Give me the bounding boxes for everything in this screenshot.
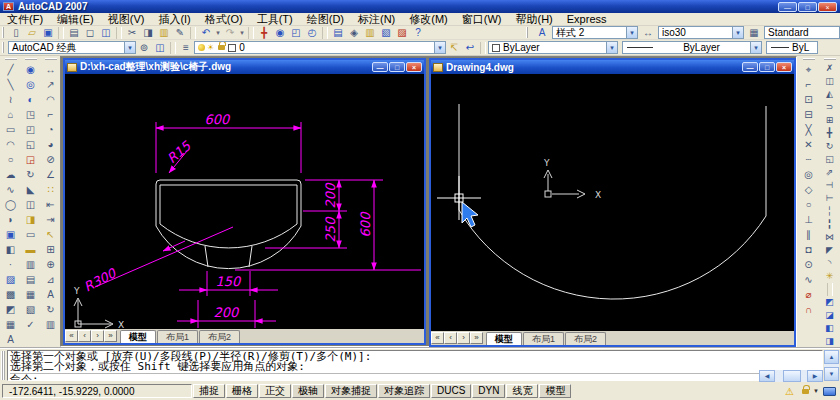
snap-none-icon[interactable]: ⌀ <box>801 287 817 302</box>
tab-first-button[interactable]: « <box>65 330 78 342</box>
toolbar-grip[interactable] <box>2 27 5 38</box>
child-close-button[interactable]: × <box>406 62 422 72</box>
make-block-icon[interactable]: ◧ <box>3 242 19 257</box>
menu-item[interactable]: 格式(O) <box>198 13 250 25</box>
markup-set-manager-icon[interactable]: ▨ <box>394 26 410 39</box>
tab-next-button[interactable]: › <box>91 330 104 342</box>
scrollbar-thumb[interactable] <box>783 370 801 382</box>
coordinate-readout[interactable]: -172.6411, -15.9229, 0.0000 <box>2 384 192 398</box>
polar-toggle[interactable]: 极轴 <box>292 384 324 398</box>
shell-icon[interactable]: ▧ <box>23 302 39 317</box>
menu-item[interactable]: 插入(I) <box>151 13 197 25</box>
break-at-point-icon[interactable]: ╎ <box>822 205 838 218</box>
close-button[interactable]: × <box>818 2 837 12</box>
osnap-settings-icon[interactable]: ∩ <box>801 302 817 317</box>
paste-icon[interactable]: ▥ <box>156 26 172 39</box>
text-style-icon[interactable]: A <box>534 26 550 39</box>
linear-dimension-icon[interactable]: ↔ <box>43 62 59 77</box>
color-faces-icon[interactable]: ◨ <box>23 212 39 227</box>
toolbar-grip[interactable] <box>5 58 17 61</box>
send-to-back-icon[interactable]: ◪ <box>822 309 838 322</box>
extrude-faces-icon[interactable]: ◳ <box>23 107 39 122</box>
taper-faces-icon[interactable]: ◣ <box>23 182 39 197</box>
fillet-icon[interactable]: ◝ <box>822 257 838 270</box>
dim-style-select[interactable]: iso30 ▾ <box>658 26 744 39</box>
line-icon[interactable]: ╱ <box>3 62 19 77</box>
clean-screen-button[interactable] <box>823 387 836 396</box>
toolbar-grip[interactable] <box>45 58 57 61</box>
tab-layout2[interactable]: 布局2 <box>565 332 606 345</box>
snap-midpoint-icon[interactable]: ⊟ <box>801 107 817 122</box>
restore-button[interactable]: □ <box>798 2 817 12</box>
linetype-select[interactable]: ByLayer ▾ <box>622 41 762 54</box>
snap-endpoint-icon[interactable]: ⊡ <box>801 92 817 107</box>
snap-quadrant-icon[interactable]: ◇ <box>801 182 817 197</box>
clean-icon[interactable]: ▤ <box>23 272 39 287</box>
minimize-button[interactable]: — <box>778 2 797 12</box>
ducs-toggle[interactable]: DUCS <box>431 384 471 398</box>
chamfer-icon[interactable]: ◤ <box>822 244 838 257</box>
make-object-layer-current-icon[interactable]: ↸ <box>446 41 462 54</box>
scroll-down-icon[interactable]: ▼ <box>824 367 839 381</box>
dimension-style-icon[interactable]: ▥ <box>43 317 59 332</box>
tab-layout2[interactable]: 布局2 <box>199 330 240 343</box>
toolbar-lock-icon[interactable] <box>802 389 809 394</box>
trim-icon[interactable]: ⊣ <box>822 179 838 192</box>
mirror-icon[interactable]: ◭ <box>822 88 838 101</box>
ellipse-arc-icon[interactable]: ◗ <box>3 212 19 227</box>
menu-item[interactable]: 编辑(E) <box>50 13 101 25</box>
plot-icon[interactable]: ▤ <box>66 26 82 39</box>
stretch-icon[interactable]: ⇗ <box>822 166 838 179</box>
copy-icon[interactable]: ◨ <box>140 26 156 39</box>
intersect-icon[interactable]: ◐ <box>23 92 39 107</box>
dimension-update-icon[interactable]: ↻ <box>43 302 59 317</box>
copy-object-icon[interactable]: ◫ <box>822 75 838 88</box>
child-minimize-button[interactable]: — <box>742 62 758 72</box>
menu-item[interactable]: 文件(F) <box>0 13 50 25</box>
grid-toggle[interactable]: 栅格 <box>226 384 258 398</box>
lineweight-select[interactable]: ByL <box>766 41 818 54</box>
tab-last-button[interactable]: » <box>470 332 483 344</box>
copy-faces-icon[interactable]: ◫ <box>23 197 39 212</box>
table-style-icon[interactable]: ▦ <box>746 26 762 39</box>
scroll-right-icon[interactable]: ▶ <box>807 370 823 382</box>
model-space-button[interactable]: 模型 <box>539 384 571 398</box>
drawing-canvas-chair[interactable]: 600 R15 200 250 600 R300 150 200 <box>65 74 424 329</box>
snap-extension-icon[interactable]: ┄ <box>801 152 817 167</box>
child-titlebar[interactable]: Drawing4.dwg —□× <box>431 60 794 74</box>
join-icon[interactable]: ⋈ <box>822 231 838 244</box>
scroll-left-icon[interactable]: ◀ <box>759 370 775 382</box>
offset-faces-icon[interactable]: ◱ <box>23 137 39 152</box>
tab-prev-button[interactable]: ‹ <box>444 332 457 344</box>
revcloud-icon[interactable]: ☁ <box>3 167 19 182</box>
ellipse-icon[interactable]: ◯ <box>3 197 19 212</box>
spline-icon[interactable]: ∿ <box>3 182 19 197</box>
snap-parallel-icon[interactable]: ∥ <box>801 227 817 242</box>
bring-to-front-icon[interactable]: ◩ <box>822 296 838 309</box>
snap-tangent-icon[interactable]: ○ <box>801 197 817 212</box>
drawing-canvas-drawing4[interactable]: Y X <box>431 74 794 331</box>
table-style-select[interactable]: Standard <box>764 26 840 39</box>
menu-item[interactable]: 帮助(H) <box>509 13 560 25</box>
angular-dimension-icon[interactable]: ∠ <box>43 167 59 182</box>
arc-icon[interactable]: ◠ <box>3 137 19 152</box>
undo-dropdown-icon[interactable]: ▾ <box>214 26 222 39</box>
quick-dimension-icon[interactable]: ∷ <box>43 182 59 197</box>
polyline-icon[interactable]: ≀ <box>3 92 19 107</box>
delete-faces-icon[interactable]: ◲ <box>23 152 39 167</box>
multiline-text-icon[interactable]: A <box>3 332 19 347</box>
offset-icon[interactable]: ⊃ <box>822 101 838 114</box>
snap-node-icon[interactable]: ⊙ <box>801 257 817 272</box>
menu-item[interactable]: 标注(N) <box>351 13 402 25</box>
dim-style-icon[interactable]: ↔ <box>640 26 656 39</box>
toolbar-grip[interactable] <box>526 27 529 38</box>
status-menu-arrow-icon[interactable]: ▼ <box>813 388 819 394</box>
construction-line-icon[interactable]: ╲ <box>3 77 19 92</box>
color-edges-icon[interactable]: ▬ <box>23 242 39 257</box>
check-icon[interactable]: ✓ <box>23 317 39 332</box>
temporary-track-point-icon[interactable]: ⌖ <box>801 62 817 77</box>
workspace-select[interactable]: AutoCAD 经典 ▾ <box>8 41 136 54</box>
subtract-icon[interactable]: ◎ <box>23 77 39 92</box>
snap-toggle[interactable]: 捕捉 <box>193 384 225 398</box>
command-prompt[interactable]: 命令: <box>10 373 820 381</box>
